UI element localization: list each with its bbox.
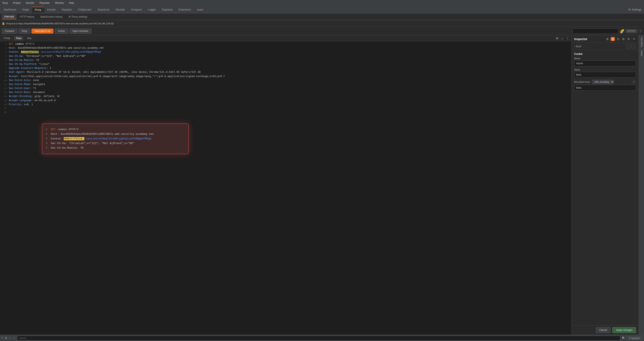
tab-learn[interactable]: Learn — [194, 7, 206, 13]
line-number: 16 — [2, 103, 7, 107]
menu-bar: Burp Project Intruder Repeater Window He… — [0, 0, 644, 6]
line-content: Sec-Fetch-User: ?1 — [9, 87, 36, 91]
inspector-expand-btn[interactable]: ⊞ — [621, 37, 625, 41]
action-button[interactable]: Action — [55, 29, 68, 34]
inspector-collapse-btn[interactable]: ⊟ — [616, 37, 620, 41]
nav-back-icon[interactable]: ← — [9, 336, 11, 339]
tab-logger[interactable]: Logger — [145, 7, 159, 13]
drop-button[interactable]: Drop — [18, 29, 30, 34]
search-icon[interactable]: ⌕ — [560, 36, 564, 40]
open-browser-button[interactable]: Open browser — [70, 29, 92, 34]
section-title: Cookie — [574, 53, 636, 56]
line-content: Accept-Language: en-US,en;q=0.9 — [9, 99, 56, 103]
line-content: Sec-Fetch-Mode: navigate — [9, 83, 45, 87]
search-input[interactable] — [572, 28, 618, 34]
code-line-16: 16Priority: u=0, i — [0, 103, 572, 107]
editor-tab-pretty[interactable]: Pretty — [2, 36, 12, 40]
popup-code: 1 GET /admin HTTP/2 2 Host: 0aa4009b04ab… — [46, 127, 185, 150]
subtab-intercept[interactable]: Intercept — [2, 14, 16, 19]
code-line-4: 4Sec-Ch-Ua: "Chromium";v="121", "Not A(B… — [0, 54, 572, 58]
tab-comparer[interactable]: Comparer — [128, 7, 145, 13]
subtab-websockets[interactable]: WebSockets history — [38, 15, 65, 19]
menu-project[interactable]: Project — [12, 1, 22, 5]
name-value-field[interactable]: Admin — [574, 61, 636, 66]
inspector-settings-btn[interactable]: ⚙ — [626, 37, 631, 41]
decoded-value-field[interactable]: false — [574, 85, 636, 91]
inspector-list-btn[interactable]: ▤ — [611, 37, 615, 41]
cancel-button[interactable]: Cancel — [596, 327, 611, 333]
bottom-bar: ? ⚙ ← → 🔍 0 highlights — [0, 335, 644, 341]
line-content: User-Agent: Mozilla/5.0 (Windows NT 10.0… — [9, 70, 201, 74]
menu-intruder[interactable]: Intruder — [25, 1, 35, 5]
sidebar-inspector-label[interactable]: Inspector — [640, 36, 644, 48]
value-label: Value — [574, 69, 636, 71]
forward-button[interactable]: Forward — [2, 29, 17, 34]
line-number: 13 — [2, 91, 7, 95]
menu-dots-icon[interactable]: ⋮ — [565, 36, 570, 40]
add-encoding-button[interactable]: + — [632, 80, 636, 84]
code-line-17: 17 — [0, 107, 572, 110]
settings-circle-icon[interactable]: ⚙ — [5, 336, 7, 339]
prev-arrow-button[interactable]: ‹ — [626, 44, 630, 49]
decoded-from-row: Decoded from: URL encoding + — [574, 80, 636, 84]
wrap-icon[interactable]: ⊞ — [555, 36, 559, 40]
main-tab-bar: Dashboard Target Proxy Intruder Repeater… — [0, 6, 644, 14]
toolbar: Forward Drop Intercept is on Action Open… — [0, 27, 644, 35]
inspector-close-btn[interactable]: ✕ — [632, 37, 636, 41]
tab-collaborator[interactable]: Collaborator — [75, 7, 94, 13]
line-content: Sec-Fetch-Dest: document — [9, 91, 45, 95]
inspector-header: Inspector ⊞ ▤ ⊟ ⊞ ⚙ ✕ — [572, 35, 638, 43]
code-editor[interactable]: 1GET /admin HTTP/22Host: 0aa4009b04abc90… — [0, 41, 572, 335]
line-number: 7 — [2, 67, 7, 70]
editor-tab-raw[interactable]: Raw — [14, 36, 23, 40]
back-button[interactable]: ‹ Back — [574, 45, 582, 48]
nav-forward-icon[interactable]: → — [13, 336, 16, 339]
line-content: Accept: text/html,application/xhtml+xml,… — [9, 75, 225, 79]
value-field[interactable]: false — [574, 72, 636, 78]
editor-tab-bar: Pretty Raw Hex ⊞ ⌕ ⋮ — [0, 35, 572, 41]
tab-extensions[interactable]: Extensions — [176, 7, 194, 13]
menu-help[interactable]: Help — [68, 1, 75, 5]
tab-organizer[interactable]: Organizer — [159, 7, 176, 13]
decoded-encoding-select[interactable]: URL encoding — [592, 80, 614, 84]
menu-burp[interactable]: Burp — [2, 1, 8, 5]
code-line-14: 14Accept-Encoding: gzip, deflate, br — [0, 95, 572, 99]
intercept-toggle-button[interactable]: Intercept is on — [32, 29, 54, 34]
tab-proxy[interactable]: Proxy — [32, 7, 44, 13]
menu-window[interactable]: Window — [54, 1, 64, 5]
tab-decoder[interactable]: Decoder — [113, 7, 128, 13]
rainbow-icon[interactable]: 🌈 — [620, 29, 624, 33]
tab-dashboard[interactable]: Dashboard — [1, 7, 19, 13]
bottom-search-input[interactable] — [17, 336, 620, 340]
inspector-grid-btn[interactable]: ⊞ — [606, 37, 610, 41]
tab-intruder[interactable]: Intruder — [44, 7, 59, 13]
tab-sequencer[interactable]: Sequencer — [94, 7, 113, 13]
line-number: 4 — [2, 55, 7, 58]
search-magnify-icon[interactable]: 🔍 — [622, 336, 625, 339]
menu-repeater[interactable]: Repeater — [38, 1, 50, 5]
line-content: Upgrade-Insecure-Requests: 1 — [9, 66, 51, 70]
subtab-http-history[interactable]: HTTP history — [18, 15, 37, 19]
help-icon[interactable]: ? — [638, 29, 642, 33]
help-circle-icon[interactable]: ? — [2, 336, 3, 339]
sidebar-notes-label[interactable]: Notes — [640, 49, 644, 58]
code-line-10: 10Sec-Fetch-Site: none — [0, 79, 572, 83]
line-number: 3 — [2, 50, 7, 54]
code-line-13: 13Sec-Fetch-Dest: document — [0, 91, 572, 95]
editor-tab-hex[interactable]: Hex — [25, 36, 34, 40]
line-content: Accept-Encoding: gzip, deflate, br — [9, 95, 60, 99]
settings-icon[interactable]: ⚙ Settings — [626, 7, 643, 12]
code-line-15: 15Accept-Language: en-US,en;q=0.9 — [0, 99, 572, 103]
request-bar: 🔒 Request to https://0aa4009b04abc90d845… — [0, 20, 644, 27]
proxy-settings-btn[interactable]: ⚙ Proxy settings — [66, 15, 90, 19]
code-line-12: 12Sec-Fetch-User: ?1 — [0, 87, 572, 91]
nav-arrows: ‹ › — [626, 44, 636, 49]
name-label: Name — [574, 57, 636, 60]
line-content: Sec-Ch-Ua-Mobile: ?0 — [9, 58, 39, 62]
tab-repeater[interactable]: Repeater — [59, 7, 75, 13]
apply-changes-button[interactable]: Apply changes — [612, 327, 636, 333]
tab-target[interactable]: Target — [19, 7, 32, 13]
lock-icon: 🔒 — [2, 22, 5, 25]
code-line-5: 5Sec-Ch-Ua-Mobile: ?0 — [0, 58, 572, 62]
next-arrow-button[interactable]: › — [632, 44, 636, 49]
